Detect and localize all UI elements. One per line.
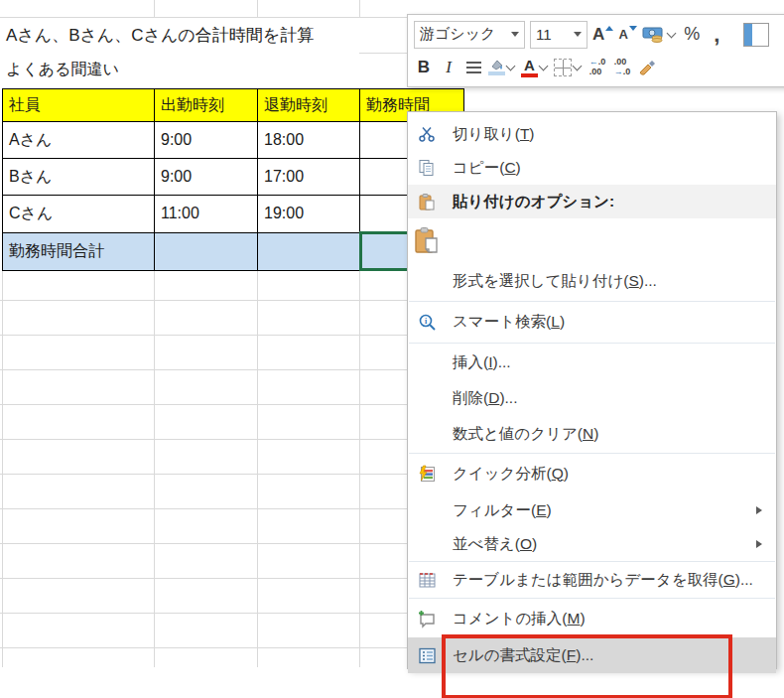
menu-item-clear-contents[interactable]: 数式と値のクリア(N) — [408, 416, 776, 452]
format-painter-button[interactable] — [637, 55, 657, 80]
cell-clock-in[interactable]: 9:00 — [155, 122, 258, 159]
sheet-title-line2: よくある間違い — [6, 60, 119, 80]
header-cell-clock-in[interactable]: 出勤時刻 — [155, 89, 258, 122]
menu-item-copy[interactable]: コピー(C) — [408, 151, 776, 185]
font-color-icon: A — [521, 58, 538, 77]
menu-item-paste-special[interactable]: 形式を選択して貼り付け(S)... — [408, 262, 776, 300]
align-center-icon — [466, 62, 481, 73]
chevron-down-icon — [573, 62, 583, 71]
bold-icon: B — [418, 58, 430, 77]
cell-name[interactable]: Aさん — [3, 122, 155, 159]
menu-separator — [409, 561, 775, 562]
timesheet-table: 社員 出勤時刻 退勤時刻 勤務時間 Aさん 9:00 18:00 Bさん 9:0… — [2, 88, 465, 271]
italic-button[interactable]: I — [439, 55, 458, 80]
header-cell-clock-out[interactable]: 退勤時刻 — [258, 89, 360, 122]
shrink-font-button[interactable]: A — [617, 22, 637, 48]
grow-font-button[interactable]: A — [592, 22, 612, 48]
table-row: Cさん 11:00 19:00 — [3, 196, 464, 233]
caret-up-icon — [605, 26, 613, 31]
decrease-decimal-button[interactable]: .00 →.0 — [612, 55, 632, 80]
annotation-red-box — [442, 634, 732, 698]
menu-item-get-data[interactable]: テーブルまたは範囲からデータを取得(G)... — [408, 563, 776, 597]
menu-item-sort[interactable]: 並べ替え(O) — [408, 528, 776, 560]
shrink-font-icon: A — [619, 28, 628, 41]
borders-grid-icon — [554, 59, 572, 76]
cell-name[interactable]: Bさん — [3, 159, 155, 196]
format-as-table-icon[interactable] — [743, 23, 769, 47]
comma-style-button[interactable]: , — [707, 22, 726, 48]
center-align-button[interactable] — [463, 55, 483, 80]
cell-total-clock-in[interactable] — [155, 232, 258, 270]
menu-item-insert-comment[interactable]: コメントの挿入(M) — [408, 600, 776, 637]
scissors-icon — [408, 125, 446, 143]
accounting-money-icon — [642, 26, 666, 44]
menu-separator — [409, 453, 775, 454]
context-menu: 切り取り(T) コピー(C) 貼り付けのオプション: — [407, 111, 777, 669]
comma-icon: , — [714, 28, 719, 41]
font-name-combobox[interactable]: 游ゴシック — [414, 21, 525, 49]
borders-button[interactable] — [554, 55, 583, 80]
chevron-down-icon — [539, 62, 549, 71]
paste-clipboard-icon — [408, 226, 446, 254]
quick-analysis-icon — [408, 465, 446, 484]
format-cells-icon — [408, 646, 446, 665]
sheet-title-line1: Aさん、Bさん、Cさんの合計時間を計算 — [6, 24, 314, 47]
cell-total-label[interactable]: 勤務時間合計 — [3, 232, 155, 270]
menu-separator — [409, 598, 775, 599]
submenu-arrow-icon — [756, 506, 762, 514]
menu-item-paste-options-header: 貼り付けのオプション: — [408, 185, 776, 218]
percent-icon: % — [684, 24, 700, 45]
font-size-combobox[interactable]: 11 — [530, 21, 588, 49]
chevron-down-icon — [506, 62, 516, 71]
table-grid-icon — [408, 571, 446, 590]
caret-down-icon — [629, 26, 637, 31]
font-name-value: 游ゴシック — [420, 25, 495, 44]
chevron-down-icon — [511, 32, 519, 37]
menu-item-cut[interactable]: 切り取り(T) — [408, 117, 776, 151]
cell-clock-out[interactable]: 18:00 — [258, 122, 360, 159]
mini-toolbar: 游ゴシック 11 A A % — [407, 14, 784, 87]
submenu-arrow-icon — [756, 540, 762, 548]
menu-item-filter[interactable]: フィルター(E) — [408, 492, 776, 528]
menu-separator — [409, 343, 775, 344]
menu-item-paste-keep-formatting[interactable] — [408, 218, 776, 262]
cell-name[interactable]: Cさん — [3, 196, 155, 233]
menu-separator — [409, 301, 775, 302]
clipboard-icon — [408, 193, 446, 210]
cell-clock-in[interactable]: 11:00 — [155, 196, 258, 233]
menu-item-delete[interactable]: 削除(D)... — [408, 380, 776, 416]
menu-item-insert[interactable]: 挿入(I)... — [408, 345, 776, 380]
chevron-down-icon — [574, 32, 582, 37]
table-row: Bさん 9:00 17:00 — [3, 159, 464, 196]
decrease-decimal-icon: .00 →.0 — [614, 58, 631, 77]
header-cell-employee[interactable]: 社員 — [3, 89, 155, 122]
fill-color-button[interactable] — [488, 55, 516, 80]
cell-clock-in[interactable]: 9:00 — [155, 159, 258, 196]
bold-button[interactable]: B — [414, 55, 434, 80]
cell-total-clock-out[interactable] — [258, 232, 360, 270]
menu-item-smart-lookup[interactable]: i スマート検索(L) — [408, 303, 776, 342]
copy-icon — [408, 159, 446, 177]
percent-style-button[interactable]: % — [682, 22, 702, 48]
grow-font-icon: A — [592, 26, 604, 43]
table-row: Aさん 9:00 18:00 — [3, 122, 464, 159]
cell-clock-out[interactable]: 19:00 — [258, 196, 360, 233]
cell-clock-out[interactable]: 17:00 — [258, 159, 360, 196]
comment-plus-icon — [408, 610, 446, 628]
accounting-format-button[interactable] — [642, 22, 677, 48]
format-painter-brush-icon — [638, 60, 656, 75]
chevron-down-icon — [667, 29, 677, 39]
fill-bucket-icon — [488, 59, 505, 75]
table-row-total: 勤務時間合計 — [3, 232, 464, 270]
italic-icon: I — [446, 58, 452, 77]
smart-lookup-icon: i — [408, 313, 446, 332]
font-size-value: 11 — [536, 26, 552, 43]
increase-decimal-icon: ←←.0.0 .00 — [589, 58, 606, 77]
menu-item-quick-analysis[interactable]: クイック分析(Q) — [408, 455, 776, 492]
increase-decimal-button[interactable]: ←←.0.0 .00 — [588, 55, 607, 80]
font-color-button[interactable]: A — [521, 55, 549, 80]
